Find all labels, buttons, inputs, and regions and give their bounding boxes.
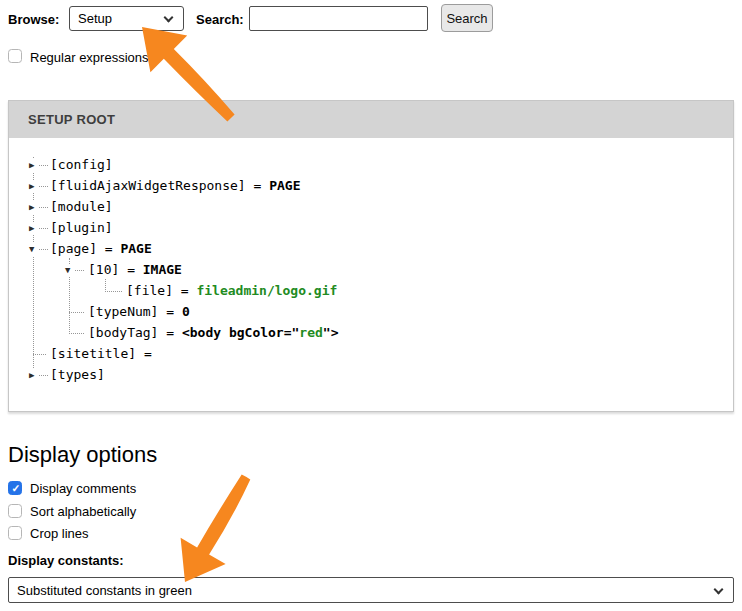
tree-key[interactable]: [file]	[126, 283, 173, 298]
display-comments-label[interactable]: Display comments	[30, 481, 136, 496]
tree-key[interactable]: [fluidAjaxWidgetResponse]	[50, 178, 246, 193]
search-label: Search:	[196, 12, 244, 27]
tree-key[interactable]: [types]	[50, 367, 105, 382]
tree-dotted-line	[105, 291, 122, 292]
tree-entry: [file] = fileadmin/logo.gif	[126, 283, 337, 298]
tree-row: [bodyTag] = <body bgColor="red">	[9, 323, 733, 344]
expand-icon[interactable]: ▶	[28, 222, 35, 235]
equals-sign: =	[97, 241, 120, 256]
tree-key[interactable]: [page]	[50, 241, 97, 256]
collapse-icon[interactable]: ▼	[28, 243, 35, 256]
tree-dotted-line	[39, 207, 48, 208]
tree-row: [file] = fileadmin/logo.gif	[9, 281, 733, 302]
tree-value-green: fileadmin/logo.gif	[196, 283, 337, 298]
tree-value: PAGE	[269, 178, 300, 193]
expand-icon[interactable]: ▶	[28, 369, 35, 382]
tree-row: ▶[config]	[9, 155, 733, 176]
annotation-arrow-to-constants-select	[181, 475, 251, 583]
tree-key[interactable]: [sitetitle]	[50, 346, 136, 361]
display-constants-label: Display constants:	[8, 553, 124, 568]
regular-expressions-label[interactable]: Regular expressions	[30, 50, 149, 65]
tree-row: ▼[page] = PAGE	[9, 239, 733, 260]
constants-select-value: Substituted constants in green	[17, 583, 192, 598]
tree-row: ▶[types]	[9, 365, 733, 386]
tree-row: ▶[fluidAjaxWidgetResponse] = PAGE	[9, 176, 733, 197]
tree-entry: [plugin]	[50, 220, 113, 235]
search-button[interactable]: Search	[441, 4, 493, 32]
tree-dotted-line	[75, 270, 84, 271]
tree-value: <body bgColor="	[182, 325, 299, 340]
object-browser-page: Browse: Setup Search: Search Regular exp…	[0, 0, 742, 611]
tree-entry: [config]	[50, 157, 113, 172]
tree-dotted-line	[39, 186, 48, 187]
tree-key[interactable]: [plugin]	[50, 220, 113, 235]
tree-value: ">	[323, 325, 339, 340]
chevron-down-icon	[164, 13, 174, 23]
tree-row: ▶[module]	[9, 197, 733, 218]
expand-icon[interactable]: ▶	[28, 180, 35, 193]
sort-alphabetically-label[interactable]: Sort alphabetically	[30, 504, 136, 519]
tree-row: [typeNum] = 0	[9, 302, 733, 323]
tree-entry: [bodyTag] = <body bgColor="red">	[88, 325, 338, 340]
constants-select[interactable]: Substituted constants in green	[8, 577, 734, 603]
typoscript-tree: ▶[config]▶[fluidAjaxWidgetResponse] = PA…	[9, 138, 733, 411]
tree-entry: [module]	[50, 199, 113, 214]
tree-dotted-line	[33, 354, 46, 355]
tree-entry: [sitetitle] =	[50, 346, 160, 361]
equals-sign: =	[158, 325, 181, 340]
equals-sign: =	[173, 283, 196, 298]
tree-key[interactable]: [typeNum]	[88, 304, 158, 319]
collapse-icon[interactable]: ▼	[64, 264, 71, 277]
tree-entry: [10] = IMAGE	[88, 262, 182, 277]
tree-row: ▶[plugin]	[9, 218, 733, 239]
tree-key[interactable]: [module]	[50, 199, 113, 214]
browse-label: Browse:	[8, 12, 59, 27]
search-input[interactable]	[249, 6, 428, 31]
tree-entry: [typeNum] = 0	[88, 304, 190, 319]
tree-row: [sitetitle] =	[9, 344, 733, 365]
setup-root-panel: SETUP ROOT ▶[config]▶[fluidAjaxWidgetRes…	[8, 100, 734, 412]
equals-sign: =	[119, 262, 142, 277]
browse-select[interactable]: Setup	[69, 6, 184, 31]
tree-dotted-line	[69, 312, 84, 313]
equals-sign: =	[136, 346, 159, 361]
expand-icon[interactable]: ▶	[28, 201, 35, 214]
expand-icon[interactable]: ▶	[28, 159, 35, 172]
crop-lines-label[interactable]: Crop lines	[30, 526, 89, 541]
tree-entry: [types]	[50, 367, 105, 382]
tree-dotted-line	[39, 165, 48, 166]
tree-dotted-line	[69, 333, 84, 334]
tree-value: PAGE	[120, 241, 151, 256]
tree-entry: [page] = PAGE	[50, 241, 152, 256]
chevron-down-icon	[714, 584, 724, 594]
regular-expressions-checkbox[interactable]	[8, 49, 22, 63]
tree-row: ▼[10] = IMAGE	[9, 260, 733, 281]
browse-select-value: Setup	[78, 11, 112, 26]
tree-key[interactable]: [bodyTag]	[88, 325, 158, 340]
tree-dotted-line	[39, 249, 48, 250]
display-comments-checkbox[interactable]	[8, 481, 22, 495]
tree-value-green: red	[299, 325, 322, 340]
tree-key[interactable]: [10]	[88, 262, 119, 277]
tree-dotted-line	[39, 375, 48, 376]
tree-value: IMAGE	[143, 262, 182, 277]
panel-title: SETUP ROOT	[28, 112, 115, 127]
equals-sign: =	[158, 304, 181, 319]
sort-alphabetically-checkbox[interactable]	[8, 504, 22, 518]
equals-sign: =	[246, 178, 269, 193]
tree-dotted-line	[39, 228, 48, 229]
display-options-heading: Display options	[8, 442, 157, 468]
tree-entry: [fluidAjaxWidgetResponse] = PAGE	[50, 178, 300, 193]
panel-header: SETUP ROOT	[9, 101, 733, 138]
tree-value: 0	[182, 304, 190, 319]
tree-key[interactable]: [config]	[50, 157, 113, 172]
crop-lines-checkbox[interactable]	[8, 526, 22, 540]
